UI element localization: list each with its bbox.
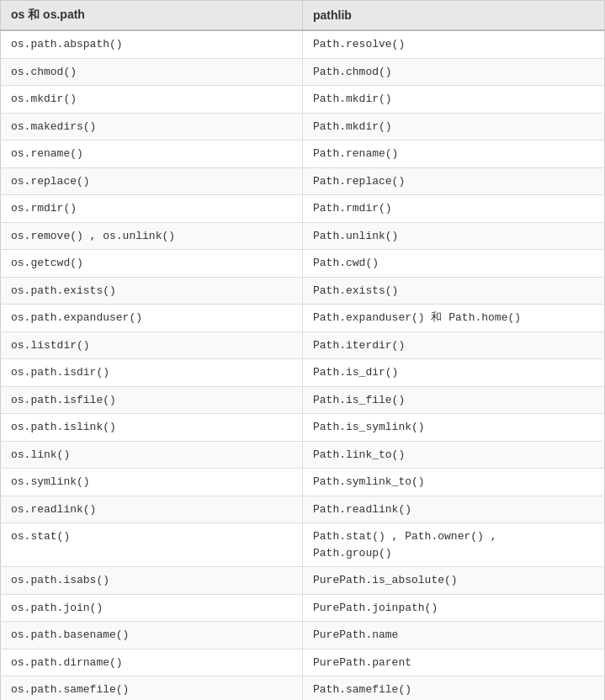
- pathlib-cell: Path.symlink_to(): [303, 469, 605, 496]
- os-cell: os.rename(): [1, 141, 303, 168]
- pathlib-cell: Path.mkdir(): [303, 86, 605, 114]
- os-cell: os.path.dirname(): [1, 649, 303, 676]
- os-cell: os.rmdir(): [1, 195, 303, 223]
- pathlib-cell: PurePath.is_absolute(): [303, 567, 605, 595]
- pathlib-cell: Path.unlink(): [303, 222, 605, 250]
- table-row: os.path.dirname()PurePath.parent: [1, 649, 605, 676]
- os-cell: os.makedirs(): [1, 113, 303, 141]
- pathlib-cell: Path.replace(): [303, 167, 605, 195]
- os-cell: os.path.basename(): [1, 622, 303, 650]
- pathlib-cell: Path.stat() , Path.owner() ,Path.group(): [303, 523, 605, 567]
- pathlib-cell: Path.iterdir(): [303, 331, 605, 359]
- comparison-table: os 和 os.path pathlib os.path.abspath()Pa…: [0, 0, 605, 700]
- table-row: os.path.islink()Path.is_symlink(): [1, 414, 605, 442]
- table-row: os.listdir()Path.iterdir(): [1, 331, 605, 359]
- os-cell: os.path.join(): [1, 594, 303, 622]
- table-row: os.readlink()Path.readlink(): [1, 496, 605, 523]
- table-row: os.makedirs()Path.mkdir(): [1, 113, 605, 141]
- os-cell: os.remove() , os.unlink(): [1, 222, 303, 250]
- pathlib-cell: Path.is_symlink(): [303, 414, 605, 442]
- header-os: os 和 os.path: [1, 1, 303, 31]
- pathlib-cell: PurePath.name: [303, 622, 605, 650]
- pathlib-cell: Path.is_file(): [303, 386, 605, 414]
- pathlib-cell: Path.cwd(): [303, 250, 605, 278]
- pathlib-cell: Path.rename(): [303, 141, 605, 168]
- table-row: os.path.exists()Path.exists(): [1, 277, 605, 305]
- table-row: os.chmod()Path.chmod(): [1, 58, 605, 86]
- table-row: os.symlink()Path.symlink_to(): [1, 469, 605, 496]
- pathlib-cell: Path.is_dir(): [303, 359, 605, 387]
- os-cell: os.readlink(): [1, 496, 303, 523]
- os-cell: os.symlink(): [1, 469, 303, 496]
- os-cell: os.path.exists(): [1, 277, 303, 305]
- os-cell: os.stat(): [1, 523, 303, 567]
- table-row: os.path.isfile()Path.is_file(): [1, 386, 605, 414]
- table-row: os.rename()Path.rename(): [1, 141, 605, 168]
- pathlib-cell: PurePath.joinpath(): [303, 594, 605, 622]
- pathlib-cell: Path.expanduser() 和 Path.home(): [303, 305, 605, 332]
- os-cell: os.path.abspath(): [1, 30, 303, 58]
- os-cell: os.path.isdir(): [1, 359, 303, 387]
- table-row: os.mkdir()Path.mkdir(): [1, 86, 605, 114]
- pathlib-cell: Path.mkdir(): [303, 113, 605, 141]
- pathlib-cell: Path.exists(): [303, 277, 605, 305]
- pathlib-cell: Path.link_to(): [303, 441, 605, 469]
- os-cell: os.mkdir(): [1, 86, 303, 114]
- table-row: os.path.join()PurePath.joinpath(): [1, 594, 605, 622]
- pathlib-cell: Path.samefile(): [303, 676, 605, 701]
- table-row: os.path.samefile()Path.samefile(): [1, 676, 605, 701]
- table-row: os.rmdir()Path.rmdir(): [1, 195, 605, 223]
- os-cell: os.path.isabs(): [1, 567, 303, 595]
- os-cell: os.path.samefile(): [1, 676, 303, 701]
- os-cell: os.path.islink(): [1, 414, 303, 442]
- header-pathlib: pathlib: [303, 1, 605, 31]
- os-cell: os.replace(): [1, 167, 303, 195]
- table-row: os.path.isabs()PurePath.is_absolute(): [1, 567, 605, 595]
- table-row: os.remove() , os.unlink()Path.unlink(): [1, 222, 605, 250]
- os-cell: os.listdir(): [1, 331, 303, 359]
- os-cell: os.link(): [1, 441, 303, 469]
- table-row: os.stat()Path.stat() , Path.owner() ,Pat…: [1, 523, 605, 567]
- os-cell: os.getcwd(): [1, 250, 303, 278]
- pathlib-cell: Path.resolve(): [303, 30, 605, 58]
- pathlib-cell: Path.chmod(): [303, 58, 605, 86]
- table-row: os.path.basename()PurePath.name: [1, 622, 605, 650]
- os-cell: os.path.isfile(): [1, 386, 303, 414]
- os-cell: os.path.expanduser(): [1, 305, 303, 332]
- table-row: os.link()Path.link_to(): [1, 441, 605, 469]
- table-row: os.path.isdir()Path.is_dir(): [1, 359, 605, 387]
- table-row: os.getcwd()Path.cwd(): [1, 250, 605, 278]
- table-row: os.replace()Path.replace(): [1, 167, 605, 195]
- pathlib-cell: PurePath.parent: [303, 649, 605, 676]
- pathlib-cell: Path.rmdir(): [303, 195, 605, 223]
- pathlib-cell: Path.readlink(): [303, 496, 605, 523]
- table-row: os.path.abspath()Path.resolve(): [1, 30, 605, 58]
- os-cell: os.chmod(): [1, 58, 303, 86]
- table-row: os.path.expanduser()Path.expanduser() 和 …: [1, 305, 605, 332]
- table-header-row: os 和 os.path pathlib: [1, 1, 605, 31]
